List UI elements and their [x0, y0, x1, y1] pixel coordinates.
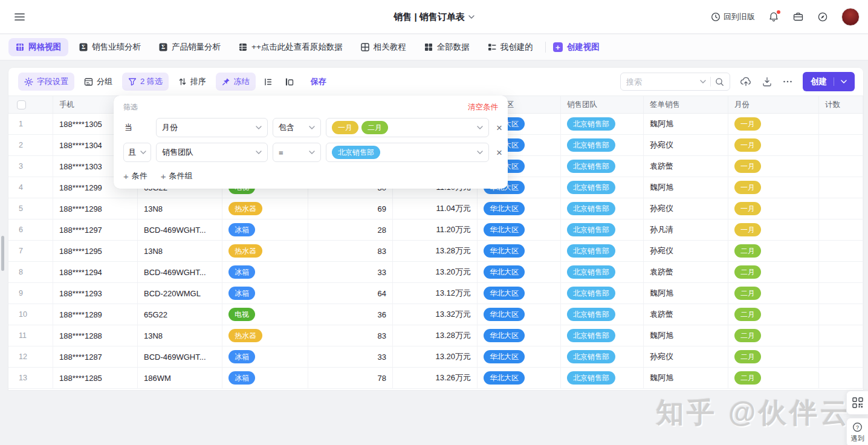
statistics-button[interactable] — [280, 74, 299, 90]
cell-product[interactable]: 13N8 — [138, 241, 222, 261]
more-button[interactable] — [782, 76, 793, 87]
cell-product[interactable]: 65G22 — [138, 304, 222, 325]
cell-team[interactable]: 北京销售部 — [561, 304, 644, 325]
select-all-checkbox[interactable] — [17, 100, 26, 109]
cell-phone[interactable]: 188****1289 — [53, 304, 138, 325]
cell-sales[interactable]: 袁跻螫 — [644, 304, 728, 325]
cell-month[interactable]: 二月 — [728, 262, 819, 282]
cell-sales[interactable]: 魏阿旭 — [644, 114, 728, 134]
cell-sales[interactable]: 魏阿旭 — [644, 325, 728, 346]
vertical-scrollbar-thumb[interactable] — [1, 236, 4, 271]
cell-product[interactable]: BCD-469WGHT... — [138, 219, 222, 240]
cell-region[interactable]: 华北大区 — [478, 304, 561, 325]
cell-category[interactable]: 冰箱 — [222, 219, 308, 240]
cell-month[interactable]: 一月 — [728, 219, 819, 240]
cell-count[interactable] — [819, 368, 863, 388]
create-view-button[interactable]: + 创建视图 — [553, 42, 600, 53]
cell-sales[interactable]: 魏阿旭 — [644, 368, 728, 388]
cell-team[interactable]: 北京销售部 — [561, 177, 644, 198]
remove-condition-button[interactable]: × — [494, 148, 505, 158]
cell-count[interactable] — [819, 304, 863, 325]
remove-condition-button[interactable]: × — [494, 123, 505, 133]
cell-team[interactable]: 北京销售部 — [561, 219, 644, 240]
cell-qty[interactable]: 33 — [308, 346, 393, 367]
cell-month[interactable]: 二月 — [728, 368, 819, 388]
cell-rownum[interactable]: 13 — [8, 368, 53, 388]
search-icon[interactable] — [715, 77, 724, 86]
cell-qty[interactable]: 83 — [308, 325, 393, 346]
tab-6[interactable]: 全部数据 — [417, 38, 477, 56]
cell-team[interactable]: 北京销售部 — [561, 241, 644, 261]
cell-region[interactable]: 华北大区 — [478, 241, 561, 261]
cell-count[interactable] — [819, 241, 863, 261]
conjunction-select[interactable]: 且 — [123, 143, 151, 162]
cell-product[interactable]: 186WM — [138, 368, 222, 388]
cell-qty[interactable]: 33 — [308, 262, 393, 282]
cell-rownum[interactable]: 3 — [8, 156, 53, 177]
cell-month[interactable]: 一月 — [728, 198, 819, 219]
operator-select[interactable]: = — [273, 143, 321, 162]
cell-month[interactable]: 二月 — [728, 325, 819, 346]
column-header-sales[interactable]: 签单销售 — [644, 96, 728, 113]
menu-icon[interactable] — [15, 13, 25, 21]
cell-amount[interactable]: 13.12万元 — [393, 283, 478, 304]
cell-category[interactable]: 冰箱 — [222, 368, 308, 388]
cell-sales[interactable]: 孙宛仪 — [644, 241, 728, 261]
cell-region[interactable]: 华北大区 — [478, 325, 561, 346]
cell-month[interactable]: 一月 — [728, 156, 819, 177]
download-button[interactable] — [762, 76, 772, 87]
cell-count[interactable] — [819, 135, 863, 155]
cell-product[interactable]: 13N8 — [138, 325, 222, 346]
share-upload-button[interactable] — [740, 76, 752, 87]
notifications-button[interactable] — [768, 11, 779, 22]
cell-region[interactable]: 华北大区 — [478, 368, 561, 388]
cell-month[interactable]: 二月 — [728, 346, 819, 367]
cell-count[interactable] — [819, 346, 863, 367]
cell-sales[interactable]: 孙凡清 — [644, 219, 728, 240]
tab-3[interactable]: Σ产品销量分析 — [152, 38, 228, 56]
cell-rownum[interactable]: 7 — [8, 241, 53, 261]
cell-region[interactable]: 华北大区 — [478, 346, 561, 367]
cell-sales[interactable]: 袁跻螫 — [644, 262, 728, 282]
cell-amount[interactable]: 13.26万元 — [393, 368, 478, 388]
cell-rownum[interactable]: 2 — [8, 135, 53, 155]
sort-button[interactable]: 排序 — [172, 73, 212, 91]
cell-count[interactable] — [819, 262, 863, 282]
workspace-button[interactable] — [792, 11, 804, 22]
cell-rownum[interactable]: 11 — [8, 325, 53, 346]
operator-select[interactable]: 包含 — [273, 118, 321, 137]
cell-month[interactable]: 一月 — [728, 177, 819, 198]
cell-team[interactable]: 北京销售部 — [561, 135, 644, 155]
cell-region[interactable]: 华北大区 — [478, 283, 561, 304]
cell-count[interactable] — [819, 325, 863, 346]
cell-month[interactable]: 二月 — [728, 304, 819, 325]
cell-rownum[interactable]: 4 — [8, 177, 53, 198]
cell-phone[interactable]: 188****1298 — [53, 198, 138, 219]
tab-1[interactable]: 网格视图 — [8, 38, 68, 56]
save-button[interactable]: 保存 — [302, 73, 332, 91]
cell-team[interactable]: 北京销售部 — [561, 262, 644, 282]
cell-amount[interactable]: 11.20万元 — [393, 219, 478, 240]
cell-phone[interactable]: 188****1285 — [53, 368, 138, 388]
cell-category[interactable]: 热水器 — [222, 241, 308, 261]
cell-sales[interactable]: 魏阿旭 — [644, 177, 728, 198]
cell-month[interactable]: 一月 — [728, 135, 819, 155]
search-input[interactable] — [626, 77, 696, 86]
clear-conditions-button[interactable]: 清空条件 — [468, 102, 498, 112]
cell-region[interactable]: 华北大区 — [478, 198, 561, 219]
cell-count[interactable] — [819, 114, 863, 134]
cell-qty[interactable]: 64 — [308, 283, 393, 304]
cell-category[interactable]: 热水器 — [222, 325, 308, 346]
cell-team[interactable]: 北京销售部 — [561, 283, 644, 304]
cell-product[interactable]: 13N8 — [138, 198, 222, 219]
cell-rownum[interactable]: 5 — [8, 198, 53, 219]
create-chevron-down-icon[interactable] — [841, 80, 847, 83]
cell-amount[interactable]: 13.32万元 — [393, 304, 478, 325]
cell-amount[interactable]: 13.20万元 — [393, 262, 478, 282]
column-header-rownum[interactable] — [8, 96, 53, 113]
cell-product[interactable]: BCD-469WGHT... — [138, 346, 222, 367]
cell-team[interactable]: 北京销售部 — [561, 346, 644, 367]
column-header-count[interactable]: 计数 — [819, 96, 863, 113]
cell-amount[interactable]: 13.28万元 — [393, 325, 478, 346]
cell-sales[interactable]: 孙宛仪 — [644, 135, 728, 155]
